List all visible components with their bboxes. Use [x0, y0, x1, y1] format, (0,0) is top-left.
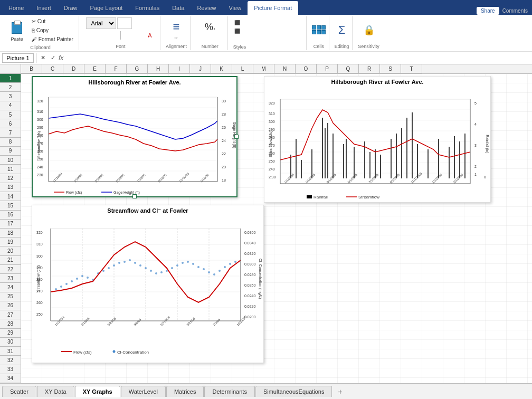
- row-header-32[interactable]: 32: [0, 356, 21, 365]
- col-header-t[interactable]: T: [401, 64, 422, 73]
- tab-data[interactable]: Data: [166, 1, 191, 15]
- row-header-4[interactable]: 4: [0, 101, 21, 110]
- col-header-m[interactable]: M: [253, 64, 274, 73]
- row-header-28[interactable]: 28: [0, 319, 21, 328]
- row-header-14[interactable]: 14: [0, 192, 21, 201]
- cells-area[interactable]: Hillsborough River at Fowler Ave. 320 31…: [21, 74, 532, 383]
- col-header-f[interactable]: F: [106, 64, 127, 73]
- row-header-25[interactable]: 25: [0, 292, 21, 301]
- name-box[interactable]: [2, 53, 34, 63]
- tab-xy-graphs[interactable]: XY Graphs: [75, 386, 120, 397]
- fill-color-button[interactable]: A: [134, 30, 144, 41]
- row-header-27[interactable]: 27: [0, 310, 21, 319]
- tab-review[interactable]: Review: [191, 1, 222, 15]
- row-header-22[interactable]: 22: [0, 265, 21, 274]
- comments-button[interactable]: Comments: [502, 8, 528, 14]
- format-as-table-button[interactable]: ⬛ Format as Table ▾: [233, 28, 300, 35]
- decrease-font-button[interactable]: A: [144, 18, 155, 28]
- chart-hillsborough-line[interactable]: Hillsborough River at Fowler Ave. 320 31…: [32, 76, 238, 197]
- row-header-30[interactable]: 30: [0, 338, 21, 347]
- cancel-formula-button[interactable]: ✕: [41, 54, 45, 61]
- chart-hillsborough-bar[interactable]: Hillsborough River at Fowler Ave. 320 31…: [264, 76, 491, 203]
- tab-page-layout[interactable]: Page Layout: [84, 1, 129, 15]
- tab-matrices[interactable]: Matrices: [166, 386, 204, 397]
- row-header-21[interactable]: 21: [0, 256, 21, 265]
- increase-font-button[interactable]: A: [133, 18, 144, 28]
- col-header-n[interactable]: N: [274, 64, 296, 73]
- tab-view[interactable]: View: [222, 1, 248, 15]
- col-header-i[interactable]: I: [169, 64, 190, 73]
- row-header-8[interactable]: 8: [0, 138, 21, 147]
- font-name-select[interactable]: Arial: [86, 17, 116, 29]
- tab-home[interactable]: Home: [2, 1, 30, 15]
- formula-input[interactable]: [65, 55, 530, 61]
- tab-picture-format[interactable]: Picture Format: [248, 1, 298, 15]
- col-header-h[interactable]: H: [148, 64, 169, 73]
- conditional-formatting-button[interactable]: ⬛ Conditional Formatting ▾: [233, 20, 300, 26]
- row-header-33[interactable]: 33: [0, 365, 21, 374]
- row-header-5[interactable]: 5: [0, 110, 21, 119]
- share-button[interactable]: Share: [477, 7, 499, 15]
- copy-button[interactable]: ⎘ Copy: [30, 26, 75, 34]
- col-header-k[interactable]: K: [211, 64, 232, 73]
- chart1-handle-right[interactable]: [234, 135, 239, 139]
- col-header-o[interactable]: O: [296, 64, 317, 73]
- confirm-formula-button[interactable]: ✓: [51, 54, 55, 61]
- col-header-e[interactable]: E: [84, 64, 106, 73]
- cut-button[interactable]: ✂ Cut: [30, 17, 75, 25]
- tab-simultaneous[interactable]: SimultaneousEquations: [255, 386, 332, 397]
- font-color-button[interactable]: A: [145, 30, 155, 41]
- row-header-16[interactable]: 16: [0, 211, 21, 220]
- row-header-2[interactable]: 2: [0, 83, 21, 92]
- col-header-j[interactable]: J: [190, 64, 211, 73]
- row-header-31[interactable]: 31: [0, 347, 21, 356]
- col-header-g[interactable]: G: [127, 64, 148, 73]
- row-header-10[interactable]: 10: [0, 156, 21, 165]
- col-header-s[interactable]: S: [380, 64, 401, 73]
- tab-formulas[interactable]: Formulas: [129, 1, 166, 15]
- row-header-9[interactable]: 9: [0, 147, 21, 156]
- select-all-button[interactable]: [0, 64, 21, 74]
- border-button[interactable]: ⊞: [123, 30, 133, 41]
- row-header-29[interactable]: 29: [0, 329, 21, 338]
- col-header-q[interactable]: Q: [338, 64, 359, 73]
- italic-button[interactable]: I: [97, 30, 107, 41]
- add-sheet-button[interactable]: +: [332, 385, 347, 398]
- chart-streamflow-cl[interactable]: Streamflow and Cl⁻ at Fowler 320 310 300…: [32, 205, 264, 363]
- row-header-24[interactable]: 24: [0, 283, 21, 292]
- tab-water-level[interactable]: WaterLevel: [121, 386, 166, 397]
- col-header-p[interactable]: P: [317, 64, 338, 73]
- font-size-input[interactable]: [117, 17, 132, 29]
- row-header-12[interactable]: 12: [0, 174, 21, 183]
- row-header-6[interactable]: 6: [0, 119, 21, 128]
- row-header-23[interactable]: 23: [0, 274, 21, 283]
- col-header-l[interactable]: L: [232, 64, 253, 73]
- col-header-c[interactable]: C: [42, 64, 63, 73]
- cell-styles-button[interactable]: Cell Styles ▾: [233, 36, 300, 43]
- paste-button[interactable]: Paste: [5, 17, 28, 44]
- row-header-3[interactable]: 3: [0, 92, 21, 101]
- tab-draw[interactable]: Draw: [58, 1, 84, 15]
- chart1-handle-bottom[interactable]: [132, 194, 137, 198]
- row-header-19[interactable]: 19: [0, 238, 21, 246]
- tab-scatter[interactable]: Scatter: [2, 386, 36, 397]
- format-painter-button[interactable]: 🖌 Format Painter: [30, 35, 75, 43]
- row-header-7[interactable]: 7: [0, 128, 21, 137]
- row-header-15[interactable]: 15: [0, 201, 21, 210]
- underline-button[interactable]: U: [108, 30, 118, 41]
- row-header-13[interactable]: 13: [0, 183, 21, 192]
- row-header-34[interactable]: 34: [0, 374, 21, 383]
- bold-button[interactable]: B: [86, 30, 96, 41]
- row-header-1[interactable]: 1: [0, 74, 21, 83]
- col-header-r[interactable]: R: [359, 64, 380, 73]
- row-header-17[interactable]: 17: [0, 220, 21, 229]
- col-header-d[interactable]: D: [63, 64, 84, 73]
- row-header-11[interactable]: 11: [0, 165, 21, 174]
- row-header-20[interactable]: 20: [0, 246, 21, 255]
- tab-determinants[interactable]: Determinants: [204, 386, 254, 397]
- col-header-b[interactable]: B: [21, 64, 42, 73]
- row-header-18[interactable]: 18: [0, 229, 21, 238]
- tab-insert[interactable]: Insert: [30, 1, 58, 15]
- row-header-26[interactable]: 26: [0, 301, 21, 310]
- tab-xy-data[interactable]: XY Data: [37, 386, 74, 397]
